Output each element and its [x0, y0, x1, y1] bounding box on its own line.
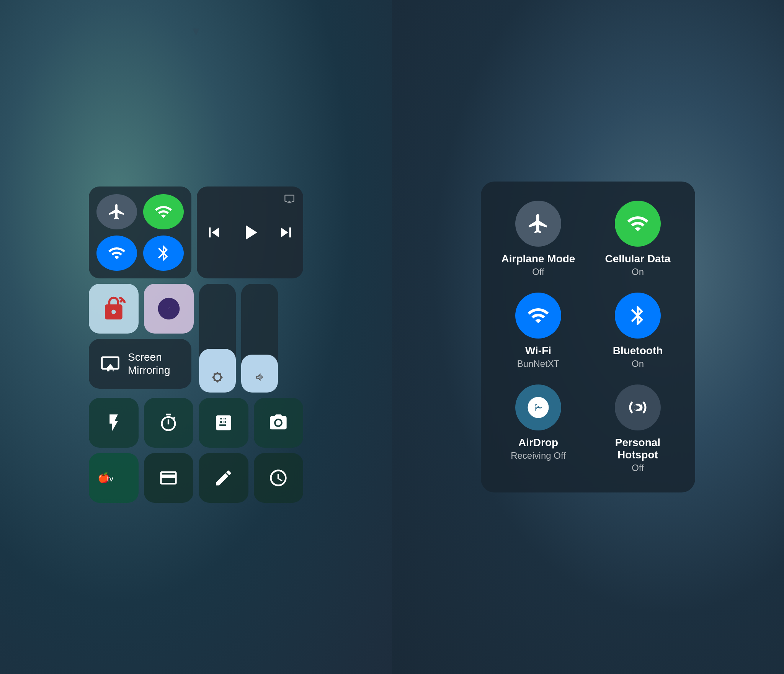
personal-hotspot-item[interactable]: Personal Hotspot Off: [599, 384, 676, 473]
top-row: [89, 186, 303, 278]
svg-marker-0: [106, 364, 114, 369]
cellular-data-item[interactable]: Cellular Data On: [599, 201, 676, 277]
do-not-disturb-button[interactable]: [144, 284, 194, 334]
bluetooth-label: Bluetooth On: [613, 345, 663, 369]
bluetooth-button-small[interactable]: [143, 236, 184, 271]
wallet-button[interactable]: [144, 453, 194, 503]
airdrop-circle: [515, 384, 561, 430]
rewind-button[interactable]: [204, 222, 224, 242]
media-tile: [197, 186, 303, 278]
wifi-circle: [515, 293, 561, 339]
svg-text:tv: tv: [107, 474, 114, 483]
airplane-mode-button[interactable]: [96, 194, 137, 229]
personal-hotspot-circle: [615, 384, 661, 430]
airdrop-item[interactable]: AirDrop Receiving Off: [500, 384, 577, 473]
connectivity-expanded-panel: Airplane Mode Off Cellular Data On Wi-Fi…: [481, 182, 695, 492]
svg-point-4: [536, 408, 541, 413]
left-panel: ▾: [0, 0, 392, 674]
calculator-button[interactable]: [199, 398, 248, 448]
airplane-mode-circle: [515, 201, 561, 247]
row2-left: Screen Mirroring: [89, 284, 194, 393]
bottom-row-2: 🍎 tv: [89, 453, 303, 503]
play-button[interactable]: [238, 220, 262, 245]
control-center: Screen Mirroring: [89, 186, 303, 503]
sliders-area: [199, 284, 278, 393]
bluetooth-item[interactable]: Bluetooth On: [599, 293, 676, 369]
airdrop-label: AirDrop Receiving Off: [511, 437, 566, 461]
flashlight-button[interactable]: [89, 398, 139, 448]
wifi-button-small[interactable]: [96, 236, 137, 271]
chevron-icon: ▾: [193, 23, 199, 39]
second-row: Screen Mirroring: [89, 284, 303, 393]
wifi-label: Wi-Fi BunNetXT: [517, 345, 560, 369]
cellular-data-button[interactable]: [143, 194, 184, 229]
lock-rotation-button[interactable]: [89, 284, 139, 334]
camera-button[interactable]: [254, 398, 304, 448]
screen-mirroring-button[interactable]: Screen Mirroring: [89, 339, 191, 389]
bluetooth-circle: [615, 293, 661, 339]
airplane-mode-item[interactable]: Airplane Mode Off: [500, 201, 577, 277]
connectivity-tile: [89, 186, 191, 278]
cellular-data-circle: [615, 201, 661, 247]
personal-hotspot-label: Personal Hotspot Off: [599, 437, 676, 473]
clock-button[interactable]: [254, 453, 304, 503]
airplane-mode-label: Airplane Mode Off: [501, 253, 575, 277]
timer-button[interactable]: [144, 398, 194, 448]
airplay-icon: [284, 193, 295, 206]
brightness-icon: [212, 371, 223, 386]
row2-icons: [89, 284, 194, 334]
cellular-data-label: Cellular Data On: [605, 253, 670, 277]
volume-icon: [254, 371, 265, 386]
right-panel: Airplane Mode Off Cellular Data On Wi-Fi…: [392, 0, 784, 674]
wifi-item[interactable]: Wi-Fi BunNetXT: [500, 293, 577, 369]
brightness-slider[interactable]: [199, 284, 236, 393]
apple-tv-button[interactable]: 🍎 tv: [89, 453, 139, 503]
notes-button[interactable]: [199, 453, 248, 503]
volume-slider[interactable]: [241, 284, 278, 393]
fast-forward-button[interactable]: [276, 222, 296, 242]
bottom-row-1: [89, 398, 303, 448]
screen-mirroring-label: Screen Mirroring: [128, 351, 180, 376]
media-controls: [204, 220, 296, 245]
